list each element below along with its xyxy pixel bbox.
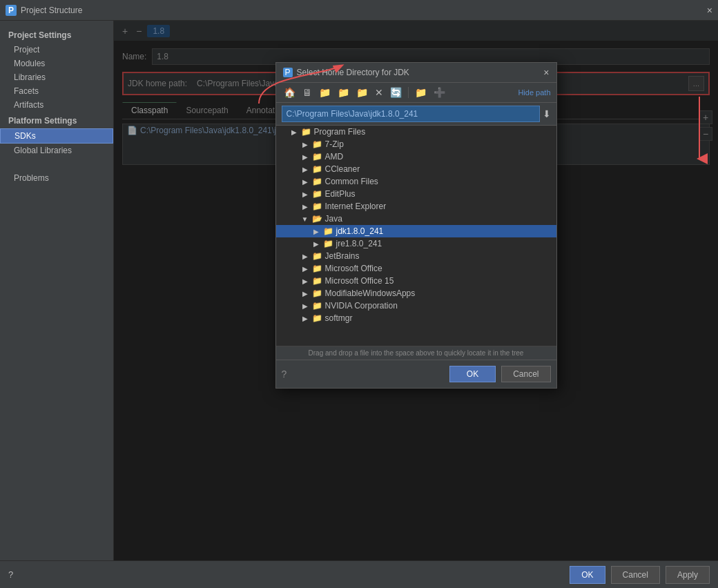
tree-arrow-ms-office-15: ▶ (301, 277, 309, 285)
file-dialog-toolbar: 🏠 🖥 📁 📁 📁 ✕ 🔄 📁 ➕ Hide path (276, 83, 556, 103)
fd-path-input[interactable] (282, 106, 540, 122)
folder-icon-jetbrains: 📁 (312, 251, 322, 261)
tree-item-program-files[interactable]: ▶ 📁 Program Files (276, 126, 556, 138)
fd-tree[interactable]: ▶ 📁 Program Files ▶ 📁 7-Zip ▶ 📁 AMD (276, 125, 556, 346)
bottom-apply-button[interactable]: Apply (666, 566, 710, 584)
folder-icon-editplus: 📁 (312, 189, 322, 199)
fd-bottom: ? OK Cancel (276, 360, 556, 388)
file-dialog-title-text: Select Home Directory for JDK (297, 68, 409, 77)
sidebar-item-libraries[interactable]: Libraries (0, 70, 113, 84)
fd-ok-button[interactable]: OK (449, 366, 496, 382)
sidebar: Project Settings Project Modules Librari… (0, 21, 114, 560)
fd-home-button[interactable]: 🏠 (282, 86, 298, 99)
tree-item-internet-explorer[interactable]: ▶ 📁 Internet Explorer (276, 200, 556, 213)
bottom-ok-button[interactable]: OK (570, 566, 605, 584)
tree-arrow-jdk: ▶ (312, 228, 320, 235)
fd-add-button[interactable]: ➕ (431, 86, 447, 99)
folder-icon-program-files: 📁 (301, 127, 311, 137)
tree-arrow-softmgr: ▶ (301, 315, 309, 322)
fd-folder2-button[interactable]: 📁 (336, 86, 351, 99)
file-dialog: P Select Home Directory for JDK × 🏠 🖥 📁 … (275, 62, 557, 389)
folder-icon-ms-office: 📁 (312, 264, 322, 273)
content-area: + − 1.8 Name: JDK home path: ... Classpa… (114, 21, 718, 560)
tree-arrow-java: ▼ (301, 215, 309, 223)
folder-icon-java: 📂 (312, 214, 322, 224)
tree-arrow-ms-office: ▶ (301, 265, 309, 273)
folder-icon-softmgr: 📁 (312, 313, 322, 323)
sidebar-item-project[interactable]: Project (0, 43, 113, 57)
folder-icon-ms-office-15: 📁 (312, 276, 322, 286)
tree-item-editplus[interactable]: ▶ 📁 EditPlus (276, 188, 556, 200)
title-bar: P Project Structure × (0, 0, 718, 21)
tree-item-ccleaner[interactable]: ▶ 📁 CCleaner (276, 163, 556, 175)
modal-overlay: P Select Home Directory for JDK × 🏠 🖥 📁 … (114, 21, 718, 560)
fd-refresh-button[interactable]: 🔄 (388, 86, 404, 99)
main-layout: Project Settings Project Modules Librari… (0, 21, 718, 560)
tree-arrow-program-files: ▶ (290, 128, 298, 136)
close-icon[interactable]: × (707, 5, 712, 16)
fd-help-button[interactable]: ? (282, 369, 287, 380)
sidebar-item-sdks[interactable]: SDKs (0, 128, 113, 144)
fd-hide-path-button[interactable]: Hide path (518, 88, 550, 97)
fd-cancel-button[interactable]: Cancel (501, 366, 550, 382)
fd-path-row: ⬇ (276, 103, 556, 125)
tree-item-modifiable-windows-apps[interactable]: ▶ 📁 ModifiableWindowsApps (276, 287, 556, 300)
folder-icon-common-files: 📁 (312, 177, 322, 186)
tree-arrow-jetbrains: ▶ (301, 253, 309, 260)
folder-icon-7zip: 📁 (312, 139, 322, 149)
tree-arrow-amd: ▶ (301, 153, 309, 161)
fd-folder3-button[interactable]: 📁 (354, 86, 370, 99)
file-dialog-title: P Select Home Directory for JDK × (276, 63, 556, 83)
folder-icon-amd: 📁 (312, 152, 322, 161)
tree-arrow-jre: ▶ (312, 240, 320, 248)
tree-item-softmgr[interactable]: ▶ 📁 softmgr (276, 312, 556, 324)
app-icon: P (6, 5, 17, 16)
folder-icon-nvidia: 📁 (312, 301, 322, 311)
bottom-cancel-button[interactable]: Cancel (611, 566, 660, 584)
tree-arrow-modifiable-windows-apps: ▶ (301, 290, 309, 297)
tree-item-amd[interactable]: ▶ 📁 AMD (276, 150, 556, 163)
folder-icon-modifiable-windows-apps: 📁 (312, 288, 322, 298)
folder-icon-internet-explorer: 📁 (312, 202, 322, 211)
tree-item-common-files[interactable]: ▶ 📁 Common Files (276, 175, 556, 188)
tree-arrow-editplus: ▶ (301, 190, 309, 198)
sidebar-item-modules[interactable]: Modules (0, 57, 113, 70)
folder-icon-jre: 📁 (323, 239, 333, 248)
fd-folder1-button[interactable]: 📁 (317, 86, 333, 99)
sidebar-item-problems[interactable]: Problems (0, 171, 113, 185)
sidebar-item-global-libraries[interactable]: Global Libraries (0, 144, 113, 157)
project-settings-header: Project Settings (0, 26, 113, 43)
bottom-bar: ? OK Cancel Apply (0, 560, 718, 588)
dialog-icon: P (283, 68, 293, 77)
tree-arrow-common-files: ▶ (301, 178, 309, 186)
tree-item-ms-office[interactable]: ▶ 📁 Microsoft Office (276, 262, 556, 275)
fd-download-icon[interactable]: ⬇ (543, 108, 551, 119)
tree-arrow-internet-explorer: ▶ (301, 203, 309, 210)
tree-item-ms-office-15[interactable]: ▶ 📁 Microsoft Office 15 (276, 275, 556, 287)
fd-action-buttons: OK Cancel (449, 366, 551, 382)
fd-desktop-button[interactable]: 🖥 (300, 86, 314, 99)
tree-item-nvidia[interactable]: ▶ 📁 NVIDIA Corporation (276, 300, 556, 312)
tree-arrow-7zip: ▶ (301, 141, 309, 148)
bottom-help-button[interactable]: ? (8, 569, 13, 580)
sidebar-item-artifacts[interactable]: Artifacts (0, 98, 113, 112)
tree-item-jre[interactable]: ▶ 📁 jre1.8.0_241 (276, 237, 556, 250)
tree-item-jdk[interactable]: ▶ 📁 jdk1.8.0_241 (276, 225, 556, 237)
folder-icon-jdk: 📁 (323, 226, 333, 236)
platform-settings-header: Platform Settings (0, 112, 113, 128)
file-dialog-close-icon[interactable]: × (543, 67, 549, 78)
tree-item-java[interactable]: ▼ 📂 Java (276, 213, 556, 225)
tree-arrow-ccleaner: ▶ (301, 166, 309, 173)
fd-hint: Drag and drop a file into the space abov… (276, 346, 556, 360)
folder-icon-ccleaner: 📁 (312, 164, 322, 174)
fd-close-button[interactable]: ✕ (373, 86, 385, 99)
sidebar-item-facets[interactable]: Facets (0, 84, 113, 98)
fd-new-folder-button[interactable]: 📁 (413, 86, 429, 99)
tree-item-jetbrains[interactable]: ▶ 📁 JetBrains (276, 250, 556, 262)
tree-arrow-nvidia: ▶ (301, 302, 309, 310)
fd-separator (408, 87, 409, 98)
title-bar-text: Project Structure (21, 6, 82, 15)
tree-item-7zip[interactable]: ▶ 📁 7-Zip (276, 138, 556, 150)
